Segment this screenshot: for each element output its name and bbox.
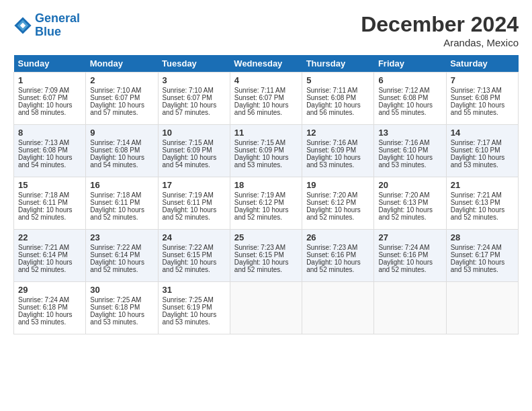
day-number: 27 [378, 232, 441, 242]
sunrise-text: Sunrise: 7:13 AM [451, 87, 502, 94]
sunset-text: Sunset: 6:12 PM [234, 199, 284, 206]
day-number: 8 [18, 128, 81, 138]
daylight-text: Daylight: 10 hoursand 57 minutes. [90, 101, 144, 116]
day-number: 14 [451, 128, 514, 138]
sunrise-text: Sunrise: 7:10 AM [90, 87, 141, 94]
calendar-week-1: 1Sunrise: 7:09 AMSunset: 6:07 PMDaylight… [14, 73, 519, 125]
day-number: 25 [234, 232, 298, 242]
calendar-cell: 18Sunrise: 7:19 AMSunset: 6:12 PMDayligh… [230, 177, 302, 230]
daylight-text: Daylight: 10 hoursand 52 minutes. [234, 259, 289, 273]
day-number: 31 [163, 285, 226, 295]
daylight-text: Daylight: 10 hoursand 52 minutes. [163, 206, 217, 221]
sunrise-text: Sunrise: 7:16 AM [378, 139, 429, 146]
daylight-text: Daylight: 10 hoursand 53 minutes. [378, 154, 433, 169]
sunrise-text: Sunrise: 7:15 AM [234, 139, 285, 146]
day-number: 10 [163, 128, 226, 138]
day-number: 29 [18, 285, 81, 295]
sunrise-text: Sunrise: 7:14 AM [90, 139, 141, 146]
day-number: 7 [451, 75, 514, 85]
daylight-text: Daylight: 10 hoursand 53 minutes. [451, 154, 505, 169]
daylight-text: Daylight: 10 hoursand 53 minutes. [306, 154, 361, 169]
daylight-text: Daylight: 10 hoursand 53 minutes. [18, 311, 73, 326]
sunrise-text: Sunrise: 7:20 AM [378, 191, 429, 199]
col-thursday: Thursday [302, 55, 374, 73]
day-number: 21 [451, 180, 514, 190]
day-number: 19 [306, 180, 369, 190]
sunrise-text: Sunrise: 7:19 AM [163, 191, 214, 199]
day-number: 5 [306, 75, 369, 85]
sunrise-text: Sunrise: 7:12 AM [378, 87, 429, 94]
daylight-text: Daylight: 10 hoursand 52 minutes. [378, 259, 433, 273]
col-friday: Friday [374, 55, 446, 73]
sunset-text: Sunset: 6:16 PM [378, 251, 428, 259]
sunrise-text: Sunrise: 7:11 AM [234, 87, 285, 94]
calendar-cell: 8Sunrise: 7:13 AMSunset: 6:08 PMDaylight… [14, 125, 86, 177]
daylight-text: Daylight: 10 hoursand 54 minutes. [163, 154, 217, 169]
daylight-text: Daylight: 10 hoursand 54 minutes. [90, 154, 144, 169]
day-number: 26 [306, 232, 369, 242]
sunset-text: Sunset: 6:09 PM [163, 146, 212, 154]
daylight-text: Daylight: 10 hoursand 56 minutes. [234, 101, 289, 116]
sunset-text: Sunset: 6:13 PM [451, 199, 500, 206]
daylight-text: Daylight: 10 hoursand 58 minutes. [18, 101, 73, 116]
calendar-cell: 19Sunrise: 7:20 AMSunset: 6:12 PMDayligh… [302, 177, 374, 230]
day-number: 22 [18, 232, 81, 242]
calendar-cell: 5Sunrise: 7:11 AMSunset: 6:08 PMDaylight… [302, 73, 374, 125]
sunrise-text: Sunrise: 7:16 AM [306, 139, 357, 146]
sunrise-text: Sunrise: 7:21 AM [451, 191, 502, 199]
calendar-table: Sunday Monday Tuesday Wednesday Thursday… [13, 55, 519, 334]
calendar-cell: 28Sunrise: 7:24 AMSunset: 6:17 PMDayligh… [446, 230, 518, 282]
calendar-cell: 2Sunrise: 7:10 AMSunset: 6:07 PMDaylight… [86, 73, 158, 125]
calendar-cell: 16Sunrise: 7:18 AMSunset: 6:11 PMDayligh… [86, 177, 158, 230]
sunset-text: Sunset: 6:19 PM [163, 304, 212, 311]
day-number: 2 [90, 75, 153, 85]
page: General Blue December 2024 Arandas, Mexi… [0, 0, 532, 341]
day-number: 13 [378, 128, 441, 138]
calendar-week-3: 15Sunrise: 7:18 AMSunset: 6:11 PMDayligh… [14, 177, 519, 230]
calendar-cell: 31Sunrise: 7:25 AMSunset: 6:19 PMDayligh… [158, 282, 230, 334]
daylight-text: Daylight: 10 hoursand 53 minutes. [234, 154, 289, 169]
sunset-text: Sunset: 6:09 PM [234, 146, 284, 154]
sunrise-text: Sunrise: 7:17 AM [451, 139, 502, 146]
sunrise-text: Sunrise: 7:24 AM [18, 296, 69, 304]
calendar-cell: 3Sunrise: 7:10 AMSunset: 6:07 PMDaylight… [158, 73, 230, 125]
day-number: 11 [234, 128, 298, 138]
calendar-cell: 9Sunrise: 7:14 AMSunset: 6:08 PMDaylight… [86, 125, 158, 177]
sunset-text: Sunset: 6:15 PM [163, 251, 212, 259]
sunset-text: Sunset: 6:14 PM [90, 251, 140, 259]
calendar-cell: 29Sunrise: 7:24 AMSunset: 6:18 PMDayligh… [14, 282, 86, 334]
calendar-cell: 25Sunrise: 7:23 AMSunset: 6:15 PMDayligh… [230, 230, 302, 282]
sunrise-text: Sunrise: 7:22 AM [163, 244, 214, 251]
day-number: 4 [234, 75, 298, 85]
sunset-text: Sunset: 6:11 PM [163, 199, 212, 206]
calendar-cell: 26Sunrise: 7:23 AMSunset: 6:16 PMDayligh… [302, 230, 374, 282]
header: General Blue December 2024 Arandas, Mexi… [13, 12, 519, 48]
calendar-cell: 4Sunrise: 7:11 AMSunset: 6:07 PMDaylight… [230, 73, 302, 125]
daylight-text: Daylight: 10 hoursand 52 minutes. [306, 206, 361, 221]
daylight-text: Daylight: 10 hoursand 57 minutes. [163, 101, 217, 116]
sunrise-text: Sunrise: 7:18 AM [18, 191, 69, 199]
calendar-cell: 27Sunrise: 7:24 AMSunset: 6:16 PMDayligh… [374, 230, 446, 282]
sunrise-text: Sunrise: 7:22 AM [90, 244, 141, 251]
daylight-text: Daylight: 10 hoursand 53 minutes. [163, 311, 217, 326]
sunrise-text: Sunrise: 7:18 AM [90, 191, 141, 199]
calendar-cell: 15Sunrise: 7:18 AMSunset: 6:11 PMDayligh… [14, 177, 86, 230]
calendar-cell: 10Sunrise: 7:15 AMSunset: 6:09 PMDayligh… [158, 125, 230, 177]
calendar-cell [446, 282, 518, 334]
sunrise-text: Sunrise: 7:25 AM [90, 296, 141, 304]
calendar-cell: 1Sunrise: 7:09 AMSunset: 6:07 PMDaylight… [14, 73, 86, 125]
calendar-cell: 6Sunrise: 7:12 AMSunset: 6:08 PMDaylight… [374, 73, 446, 125]
sunset-text: Sunset: 6:08 PM [18, 146, 68, 154]
sunrise-text: Sunrise: 7:15 AM [163, 139, 214, 146]
calendar-week-5: 29Sunrise: 7:24 AMSunset: 6:18 PMDayligh… [14, 282, 519, 334]
daylight-text: Daylight: 10 hoursand 52 minutes. [451, 206, 505, 221]
daylight-text: Daylight: 10 hoursand 54 minutes. [18, 154, 73, 169]
calendar-week-4: 22Sunrise: 7:21 AMSunset: 6:14 PMDayligh… [14, 230, 519, 282]
calendar-cell: 22Sunrise: 7:21 AMSunset: 6:14 PMDayligh… [14, 230, 86, 282]
sunset-text: Sunset: 6:10 PM [378, 146, 428, 154]
daylight-text: Daylight: 10 hoursand 53 minutes. [90, 311, 144, 326]
sunrise-text: Sunrise: 7:09 AM [18, 87, 69, 94]
logo: General Blue [13, 12, 80, 39]
sunset-text: Sunset: 6:11 PM [18, 199, 68, 206]
day-number: 24 [163, 232, 226, 242]
